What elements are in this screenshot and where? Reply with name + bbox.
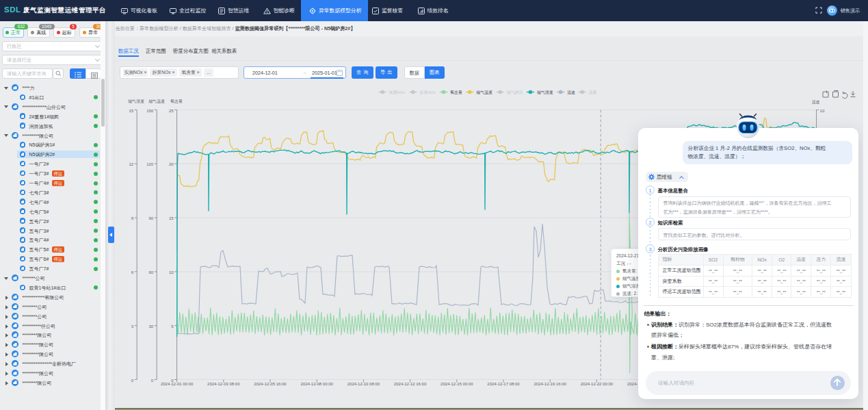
svg-text:2024-12-10 08:00: 2024-12-10 08:00 <box>347 382 380 386</box>
svg-text:10: 10 <box>169 270 174 274</box>
svg-text:流量: 流量 <box>589 90 597 95</box>
svg-text:2024-12-12 16:00: 2024-12-12 16:00 <box>394 382 427 386</box>
svg-text:2024-12-03 08:00: 2024-12-03 08:00 <box>207 382 240 386</box>
svg-text:2024-12-22 00:00: 2024-12-22 00:00 <box>581 382 614 386</box>
svg-text:0: 0 <box>131 379 134 383</box>
svg-text:90: 90 <box>149 216 154 220</box>
svg-text:烟气湿度: 烟气湿度 <box>537 90 553 95</box>
svg-text:2024-12-15 00:00: 2024-12-15 00:00 <box>440 382 473 386</box>
svg-text:烟气静压: 烟气静压 <box>507 90 523 95</box>
svg-text:折算NOx: 折算NOx <box>420 90 436 95</box>
svg-text:0: 0 <box>151 379 154 383</box>
svg-text:2024-12-19 16:00: 2024-12-19 16:00 <box>534 382 567 386</box>
svg-text:30: 30 <box>149 324 154 329</box>
svg-text:9: 9 <box>131 216 134 220</box>
svg-text:3: 3 <box>131 324 134 329</box>
svg-text:12: 12 <box>129 162 134 166</box>
svg-text:烟气温度: 烟气温度 <box>476 90 492 95</box>
svg-text:流速: 流速 <box>567 90 575 95</box>
svg-text:氧含量: 氧含量 <box>450 90 462 94</box>
svg-text:25: 25 <box>169 109 174 113</box>
svg-text:烟气湿度: 烟气湿度 <box>128 99 144 104</box>
svg-text:实测NOx: 实测NOx <box>389 90 406 95</box>
svg-text:150: 150 <box>146 109 154 113</box>
svg-text:5: 5 <box>171 324 174 329</box>
svg-text:烟气温度: 烟气温度 <box>148 99 165 104</box>
svg-text:15: 15 <box>169 216 174 220</box>
svg-text:2024-12-05 16:00: 2024-12-05 16:00 <box>254 382 287 386</box>
svg-text:2024-12-08 00:00: 2024-12-08 00:00 <box>301 382 334 386</box>
svg-text:60: 60 <box>149 270 154 274</box>
svg-text:2024-12-17 08:00: 2024-12-17 08:00 <box>487 382 520 386</box>
svg-text:120: 120 <box>146 162 154 166</box>
svg-text:6: 6 <box>131 270 134 274</box>
svg-text:2024-12-01 00:00: 2024-12-01 00:00 <box>161 382 194 386</box>
svg-text:15: 15 <box>129 109 134 113</box>
svg-text:氧含量: 氧含量 <box>170 99 183 103</box>
svg-text:流速: 流速 <box>812 99 820 105</box>
svg-text:10: 10 <box>820 109 825 113</box>
svg-text:20: 20 <box>169 162 174 166</box>
